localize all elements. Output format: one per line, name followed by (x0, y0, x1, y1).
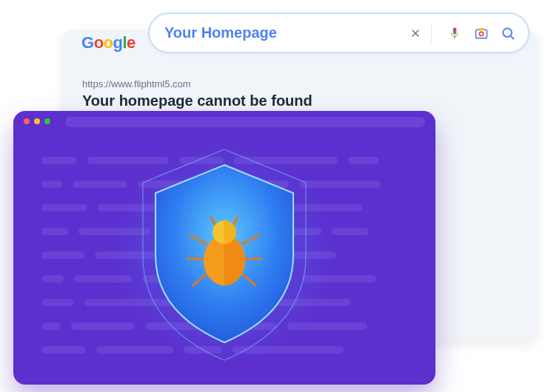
close-dot-icon (24, 118, 30, 124)
search-icon[interactable] (500, 26, 516, 41)
protected-window (13, 111, 435, 385)
divider (431, 24, 432, 43)
address-bar (65, 117, 425, 127)
google-logo: Google (81, 33, 136, 53)
search-input[interactable]: Your Homepage (164, 24, 397, 41)
shield-graphic (106, 135, 343, 371)
image-search-icon[interactable] (473, 26, 489, 41)
svg-point-2 (479, 32, 483, 36)
bug-icon (180, 209, 269, 297)
result-title: Your homepage cannot be found (82, 92, 518, 109)
voice-search-icon[interactable] (447, 27, 463, 40)
search-bar[interactable]: Your Homepage (148, 13, 529, 53)
svg-rect-3 (479, 27, 484, 30)
svg-rect-0 (454, 36, 455, 38)
clear-icon[interactable] (407, 27, 424, 39)
svg-rect-1 (476, 30, 487, 38)
maximize-dot-icon (44, 118, 50, 124)
result-url: https://www.fliphtml5.com (82, 78, 518, 89)
minimize-dot-icon (34, 118, 40, 124)
